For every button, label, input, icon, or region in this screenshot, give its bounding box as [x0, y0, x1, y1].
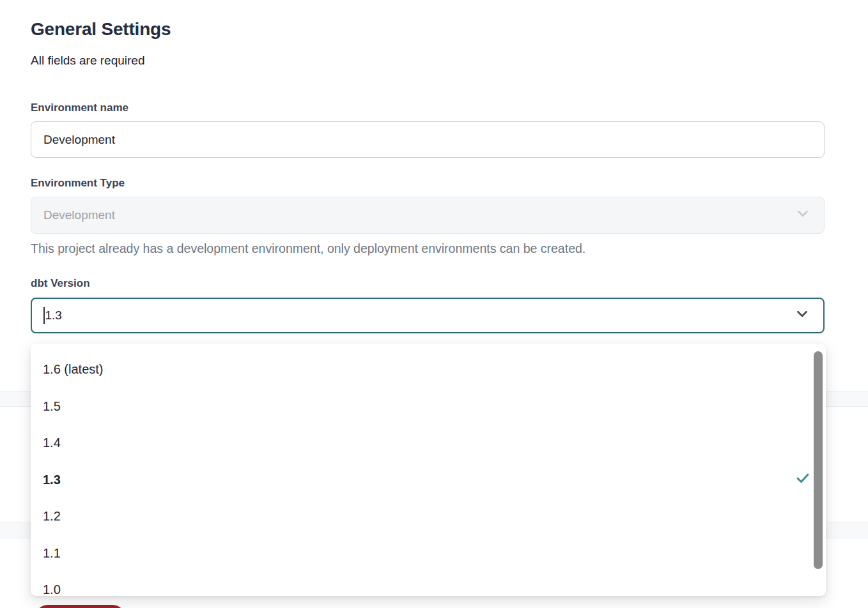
- environment-type-label: Environment Type: [31, 177, 125, 190]
- settings-page: General Settings All fields are required…: [0, 0, 868, 608]
- dropdown-option[interactable]: 1.5: [31, 388, 826, 425]
- environment-type-helper-text: This project already has a development e…: [31, 241, 585, 256]
- page-subtitle: All fields are required: [31, 54, 144, 68]
- dropdown-option-label: 1.4: [43, 436, 61, 450]
- dbt-version-dropdown-panel: 1.6 (latest) 1.5 1.4 1.3 1.2 1.1: [31, 344, 826, 596]
- dropdown-option[interactable]: 1.6 (latest): [31, 351, 826, 388]
- dropdown-option-label: 1.0: [43, 582, 61, 596]
- dropdown-option[interactable]: 1.0: [31, 572, 826, 596]
- environment-name-label: Environment name: [31, 102, 128, 114]
- dropdown-option[interactable]: 1.1: [31, 535, 826, 572]
- dropdown-option[interactable]: 1.3: [31, 462, 826, 499]
- dbt-version-combobox[interactable]: 1.3: [31, 298, 825, 333]
- page-title: General Settings: [31, 19, 171, 40]
- dbt-version-label: dbt Version: [31, 277, 90, 290]
- check-icon: [795, 471, 810, 489]
- dropdown-option-label: 1.3: [43, 473, 61, 487]
- chevron-down-icon: [794, 306, 810, 326]
- environment-type-value: Development: [43, 208, 115, 222]
- dbt-version-value: 1.3: [45, 308, 62, 323]
- dropdown-scrollbar-thumb[interactable]: [814, 351, 823, 569]
- dbt-version-option-list: 1.6 (latest) 1.5 1.4 1.3 1.2 1.1: [31, 351, 826, 596]
- dropdown-option[interactable]: 1.4: [31, 425, 826, 462]
- environment-type-select[interactable]: Development: [31, 197, 825, 234]
- dropdown-option-label: 1.1: [43, 546, 61, 561]
- text-cursor: [43, 307, 45, 324]
- dropdown-option-label: 1.5: [43, 399, 61, 414]
- dropdown-option[interactable]: 1.2: [31, 498, 826, 535]
- environment-name-input[interactable]: [31, 121, 825, 158]
- dropdown-option-label: 1.2: [43, 509, 61, 524]
- danger-delete-button[interactable]: [35, 605, 125, 608]
- chevron-down-icon: [794, 206, 811, 225]
- dropdown-option-label: 1.6 (latest): [43, 362, 103, 377]
